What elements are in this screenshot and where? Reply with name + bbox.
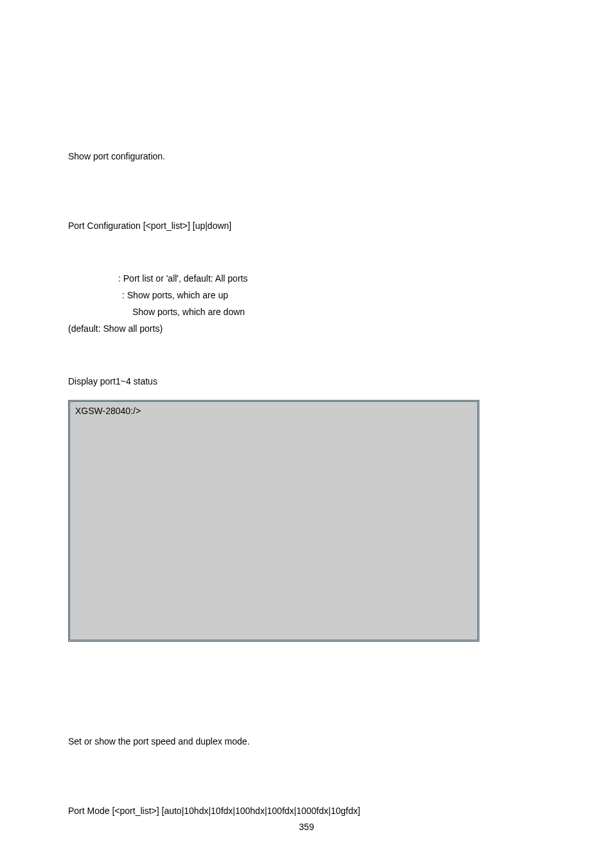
param-1: : Port list or 'all', default: All ports bbox=[68, 270, 502, 287]
description-1: Show port configuration. bbox=[68, 148, 502, 165]
param-3: Show ports, which are down bbox=[68, 303, 502, 320]
page-number: 359 bbox=[0, 822, 613, 832]
description-2: Set or show the port speed and duplex mo… bbox=[68, 733, 502, 750]
syntax-1: Port Configuration [<port_list>] [up|dow… bbox=[68, 217, 502, 234]
default-text: (default: Show all ports) bbox=[68, 320, 502, 337]
syntax-2: Port Mode [<port_list>] [auto|10hdx|10fd… bbox=[68, 802, 502, 819]
terminal-output: XGSW-28040:/> bbox=[68, 400, 479, 642]
example-desc: Display port1~4 status bbox=[68, 373, 502, 390]
param-2: : Show ports, which are up bbox=[68, 287, 502, 303]
terminal-prompt: XGSW-28040:/> bbox=[75, 406, 141, 416]
